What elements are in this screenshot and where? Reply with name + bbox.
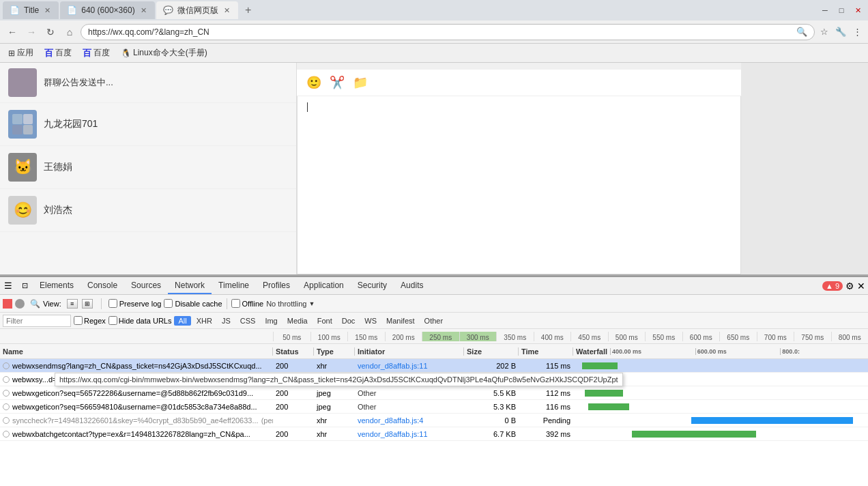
- filter-tab-media[interactable]: Media: [283, 316, 312, 326]
- folder-btn[interactable]: 📁: [353, 75, 368, 90]
- tab-640-tab[interactable]: 📄 640 (600×360) ✕: [60, 1, 154, 19]
- extensions-icon[interactable]: 🔧: [834, 25, 848, 39]
- bookmark-star-icon[interactable]: ☆: [818, 25, 831, 39]
- devtools-dock-icon[interactable]: ⊡: [18, 279, 31, 293]
- col-header-initiator[interactable]: Initiator: [355, 347, 464, 356]
- tab-application[interactable]: Application: [297, 278, 351, 294]
- record-btn[interactable]: [3, 299, 12, 309]
- col-header-size[interactable]: Size: [464, 347, 519, 356]
- address-bar[interactable]: https://wx.qq.com/?&lang=zh_CN 🔍: [81, 24, 815, 40]
- clear-btn[interactable]: [15, 299, 25, 309]
- tab-title-tab[interactable]: 📄 Title ✕: [3, 1, 59, 19]
- regex-checkbox[interactable]: [74, 316, 83, 325]
- tab-wechat-close-btn[interactable]: ✕: [222, 5, 231, 16]
- regex-text: Regex: [84, 317, 106, 325]
- disable-cache-label[interactable]: Disable cache: [164, 299, 222, 308]
- filter-tab-doc[interactable]: Doc: [338, 316, 360, 326]
- filter-tab-other[interactable]: Other: [420, 316, 448, 326]
- view-btn1[interactable]: ≡: [67, 299, 78, 309]
- tab-audits[interactable]: Audits: [394, 278, 430, 294]
- row-name-5: webwxbatchgetcontact?type=ex&r=149481322…: [0, 430, 273, 438]
- view-btn2[interactable]: ⊞: [82, 299, 93, 309]
- tab-elements[interactable]: Elements: [33, 278, 81, 294]
- col-header-time[interactable]: Time: [519, 347, 573, 356]
- new-tab-btn[interactable]: +: [240, 1, 257, 19]
- devtools-icon-left[interactable]: ☰: [1, 279, 15, 293]
- baidu1-bookmark[interactable]: 百 百度: [40, 46, 76, 61]
- filter-tab-xhr[interactable]: XHR: [192, 316, 216, 326]
- filter-tab-manifest[interactable]: Manifest: [382, 316, 419, 326]
- hide-data-urls-checkbox[interactable]: [108, 316, 117, 325]
- preserve-log-checkbox[interactable]: [108, 299, 117, 308]
- linux-bookmark[interactable]: 🐧 Linux命令大全(手册): [117, 46, 212, 60]
- throttling-btn[interactable]: No throttling ▼: [266, 300, 315, 308]
- table-row[interactable]: webwxgeticon?seq=566594810&username=@01d…: [0, 400, 868, 414]
- contact-item-2[interactable]: 😊 刘浩杰: [0, 189, 296, 232]
- tick-450: 450 ms: [570, 332, 608, 341]
- baidu2-bookmark[interactable]: 百 百度: [78, 46, 114, 61]
- devtools-settings-icon[interactable]: ⚙: [845, 281, 854, 291]
- row-tooltip-0: https://wx.qq.com/cgi-bin/mmwebwx-bin/we…: [55, 373, 623, 386]
- tick-350: 350 ms: [496, 332, 534, 341]
- tick-200: 200 ms: [385, 332, 422, 341]
- col-header-waterfall[interactable]: Waterfall 400.00 ms 600.00 ms 800.0:: [573, 347, 868, 356]
- offline-label[interactable]: Offline: [231, 299, 264, 308]
- apps-bookmark[interactable]: ⊞ 应用: [4, 46, 38, 60]
- table-row[interactable]: webwxgeticon?seq=565722286&username=@5d8…: [0, 386, 868, 400]
- contact-name-2: 刘浩杰: [44, 204, 72, 216]
- reload-btn[interactable]: ↻: [42, 24, 59, 40]
- maximize-btn[interactable]: □: [834, 3, 849, 17]
- table-row[interactable]: webwxbatchgetcontact?type=ex&r=149481322…: [0, 427, 868, 441]
- contact-item-unknown[interactable]: 群聊公告发送中...: [0, 63, 296, 103]
- filter-tab-all[interactable]: All: [174, 316, 190, 326]
- contact-item-0[interactable]: 九龙花园701: [0, 103, 296, 146]
- filter-tab-img[interactable]: Img: [261, 316, 281, 326]
- col-header-name[interactable]: Name: [0, 347, 273, 356]
- tab-profiles[interactable]: Profiles: [256, 278, 297, 294]
- home-btn[interactable]: ⌂: [61, 24, 78, 40]
- row-name-4: synccheck?r=1494813226601&skey=%40crypt_…: [0, 416, 273, 425]
- filter-tab-js[interactable]: JS: [218, 316, 235, 326]
- preserve-log-label[interactable]: Preserve log: [108, 299, 162, 308]
- offline-checkbox[interactable]: [231, 299, 240, 308]
- row-check-5: [3, 431, 10, 438]
- tab-network[interactable]: Network: [168, 278, 212, 294]
- table-row[interactable]: synccheck?r=1494813226601&skey=%40crypt_…: [0, 414, 868, 427]
- chat-input[interactable]: [297, 96, 741, 274]
- minimize-btn[interactable]: ─: [818, 3, 833, 17]
- filter-tab-font[interactable]: Font: [313, 316, 336, 326]
- disable-cache-checkbox[interactable]: [164, 299, 173, 308]
- menu-icon[interactable]: ⋮: [850, 25, 864, 39]
- tick-150: 150 ms: [347, 332, 385, 341]
- baidu2-label: 百度: [93, 47, 110, 59]
- table-row[interactable]: webwxsendmsg?lang=zh_CN&pass_ticket=ns42…: [0, 359, 868, 373]
- forward-btn[interactable]: →: [23, 24, 40, 40]
- tab-close-btn[interactable]: ✕: [43, 5, 52, 16]
- emoji-btn[interactable]: 🙂: [306, 75, 321, 90]
- filter-input[interactable]: [3, 315, 71, 327]
- row-check-2: [3, 390, 10, 397]
- tab-console[interactable]: Console: [81, 278, 124, 294]
- scissor-btn[interactable]: ✂️: [330, 75, 345, 90]
- contact-item-1[interactable]: 🐱 王德娟: [0, 146, 296, 189]
- tab-security[interactable]: Security: [351, 278, 394, 294]
- filter-tab-ws[interactable]: WS: [360, 316, 381, 326]
- filter-tab-css[interactable]: CSS: [236, 316, 260, 326]
- tab-wechat-tab[interactable]: 💬 微信网页版 ✕: [156, 1, 238, 19]
- view-toggle[interactable]: View:: [43, 300, 61, 308]
- regex-label[interactable]: Regex: [74, 316, 106, 325]
- tab-sources[interactable]: Sources: [124, 278, 168, 294]
- devtools-close-icon[interactable]: ✕: [857, 281, 865, 291]
- tab-640-close-btn[interactable]: ✕: [139, 5, 148, 16]
- back-btn[interactable]: ←: [4, 24, 20, 40]
- row-status-5: 200: [273, 430, 314, 438]
- hide-data-urls-label[interactable]: Hide data URLs: [108, 316, 172, 325]
- col-header-type[interactable]: Type: [314, 347, 355, 356]
- tick-400: 400 ms: [534, 332, 571, 341]
- tab-timeline[interactable]: Timeline: [212, 278, 256, 294]
- tick-50: 50 ms: [273, 332, 310, 341]
- col-header-status[interactable]: Status: [273, 347, 314, 356]
- row-size-4: 0 B: [464, 416, 519, 425]
- close-btn[interactable]: ✕: [850, 3, 865, 17]
- filter-icon-btn[interactable]: 🔍: [30, 299, 40, 309]
